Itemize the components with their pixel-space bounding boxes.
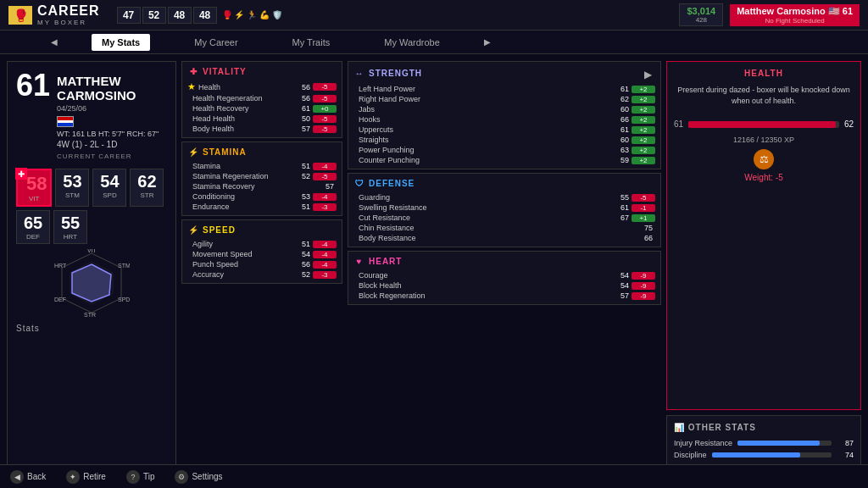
top-stat-str: 48 bbox=[193, 7, 217, 24]
movement-speed-name: Movement Speed bbox=[192, 250, 290, 258]
guarding-val: 55 bbox=[609, 193, 629, 202]
defense-section: 🛡 DEFENSE Guarding 55 -5 Swelling Resist… bbox=[348, 173, 661, 247]
tab-my-wardrobe[interactable]: My Wardrobe bbox=[374, 34, 450, 51]
power-punching-name: Power Punching bbox=[359, 146, 609, 154]
agility-name: Agility bbox=[192, 240, 290, 248]
player-info-box: Matthew Carmosino 🇺🇸 61 No Fight Schedul… bbox=[730, 4, 860, 26]
stat-icons-row: ✚ 58 VIT 53 STM 54 SPD 62 STR 65 DEF 55 bbox=[16, 169, 167, 244]
nav-forward-arrow[interactable]: ▶ bbox=[484, 37, 491, 47]
health-regen-val: 56 bbox=[290, 94, 310, 103]
vit-lbl: VIT bbox=[21, 195, 47, 202]
left-hand-change: +2 bbox=[632, 86, 655, 93]
spd-lbl: SPD bbox=[98, 191, 120, 199]
career-logo: 🥊 CAREER MY BOXER bbox=[8, 3, 100, 26]
stamina-regen-row: Stamina Regeneration 52 -5 bbox=[187, 171, 337, 181]
back-icon: ◀ bbox=[10, 470, 24, 484]
tab-my-career[interactable]: My Career bbox=[184, 34, 248, 51]
svg-text:STM: STM bbox=[118, 263, 130, 269]
top-icons: 🥊 ⚡ 🏃 💪 🛡️ bbox=[219, 10, 286, 19]
punch-speed-val: 56 bbox=[290, 260, 310, 269]
discipline-row: Discipline 74 bbox=[674, 449, 854, 461]
back-action[interactable]: ◀ Back bbox=[10, 470, 46, 484]
cut-resist-change: +1 bbox=[632, 214, 655, 222]
straights-change: +2 bbox=[632, 136, 655, 144]
power-punching-change: +2 bbox=[632, 147, 655, 154]
left-col: ✚ VITALITY ★ Health 56 -5 Health Regener… bbox=[181, 61, 342, 481]
endurance-row: Endurance 51 -3 bbox=[187, 202, 337, 212]
injury-resist-val: 87 bbox=[837, 439, 854, 447]
hooks-row: Hooks 66 +2 bbox=[353, 114, 655, 125]
straights-val: 60 bbox=[609, 136, 629, 144]
stamina-recovery-name: Stamina Recovery bbox=[192, 182, 314, 191]
body-resist-val: 66 bbox=[632, 234, 653, 242]
guarding-name: Guarding bbox=[359, 193, 609, 202]
retire-action[interactable]: ✦ Retire bbox=[66, 470, 106, 484]
speed-icon: ⚡ bbox=[187, 224, 199, 236]
courage-name: Courage bbox=[359, 271, 609, 280]
chin-resist-val: 75 bbox=[632, 224, 653, 232]
courage-val: 54 bbox=[609, 271, 629, 280]
vitality-icon: ✚ bbox=[187, 65, 199, 77]
hrt-lbl: HRT bbox=[59, 233, 81, 241]
movement-speed-change: -4 bbox=[313, 251, 337, 258]
settings-action[interactable]: ⚙ Settings bbox=[175, 470, 222, 484]
block-health-val: 54 bbox=[609, 281, 629, 290]
back-label: Back bbox=[27, 472, 46, 481]
counter-punching-val: 59 bbox=[609, 156, 629, 164]
stamina-header: ⚡ STAMINA bbox=[187, 146, 337, 158]
player-weight: WT: 161 LB bbox=[57, 130, 97, 138]
strength-header: ↔ STRENGTH bbox=[353, 67, 641, 79]
stamina-regen-val: 52 bbox=[290, 172, 310, 180]
strength-section: ↔ STRENGTH ▶ Left Hand Power 61 +2 Right… bbox=[348, 61, 661, 169]
swelling-val: 61 bbox=[609, 203, 629, 212]
body-health-name: Body Health bbox=[192, 125, 290, 133]
left-hand-row: Left Hand Power 61 +2 bbox=[353, 84, 655, 94]
nav-back-arrow[interactable]: ◀ bbox=[51, 37, 58, 47]
career-sub: MY BOXER bbox=[37, 19, 100, 26]
star-icon: ★ bbox=[187, 81, 196, 92]
courage-row: Courage 54 -9 bbox=[353, 270, 655, 280]
conditioning-change: -4 bbox=[313, 193, 337, 201]
discipline-bar bbox=[712, 452, 832, 458]
health-bar-container bbox=[688, 121, 839, 128]
uppercuts-change: +2 bbox=[632, 126, 655, 134]
stamina-row: Stamina 51 -4 bbox=[187, 161, 337, 171]
health-recovery-change: +0 bbox=[313, 105, 337, 113]
chin-resist-row: Chin Resistance 75 bbox=[353, 223, 655, 233]
stat-vit-box: ✚ 58 VIT bbox=[16, 169, 52, 207]
health-regen-name: Health Regeneration bbox=[192, 94, 290, 103]
endurance-change: -3 bbox=[313, 203, 337, 211]
hooks-name: Hooks bbox=[359, 115, 609, 124]
player-dob: 04/25/06 bbox=[57, 104, 167, 113]
speed-title: SPEED bbox=[203, 225, 236, 235]
conditioning-name: Conditioning bbox=[192, 192, 290, 201]
tip-icon: ? bbox=[126, 470, 140, 484]
tip-action[interactable]: ? Tip bbox=[126, 470, 155, 484]
tab-my-stats[interactable]: My Stats bbox=[92, 34, 150, 51]
cut-resist-row: Cut Resistance 67 +1 bbox=[353, 213, 655, 223]
block-health-name: Block Health bbox=[359, 281, 609, 290]
tab-my-traits[interactable]: My Traits bbox=[282, 34, 341, 51]
hex-radar-svg: VIT STM SPD STR DEF HRT bbox=[53, 249, 130, 317]
accuracy-val: 52 bbox=[290, 270, 310, 279]
conditioning-val: 53 bbox=[290, 192, 310, 201]
block-health-change: -9 bbox=[632, 282, 655, 290]
speed-section: ⚡ SPEED Agility 51 -4 Movement Speed 54 … bbox=[181, 219, 342, 284]
health-val: 56 bbox=[290, 83, 310, 92]
vitality-title: VITALITY bbox=[203, 67, 247, 76]
head-health-change: -5 bbox=[313, 115, 337, 123]
svg-text:DEF: DEF bbox=[54, 297, 66, 302]
weight-text: Weight: -5 bbox=[674, 173, 854, 182]
speed-header: ⚡ SPEED bbox=[187, 224, 337, 236]
movement-speed-row: Movement Speed 54 -4 bbox=[187, 249, 337, 259]
stamina-regen-change: -5 bbox=[313, 173, 337, 180]
top-stat-spd: 48 bbox=[168, 7, 192, 24]
endurance-name: Endurance bbox=[192, 202, 290, 211]
uppercuts-val: 61 bbox=[609, 125, 629, 134]
strength-expand-arrow[interactable]: ▶ bbox=[641, 65, 655, 84]
jabs-row: Jabs 60 +2 bbox=[353, 104, 655, 114]
stm-val: 53 bbox=[61, 172, 83, 191]
bottom-bar: ◀ Back ✦ Retire ? Tip ⚙ Settings bbox=[0, 464, 868, 488]
counter-punching-row: Counter Punching 59 +2 bbox=[353, 155, 655, 165]
player-full-name: MATTHEW CARMOSINO bbox=[57, 74, 167, 103]
